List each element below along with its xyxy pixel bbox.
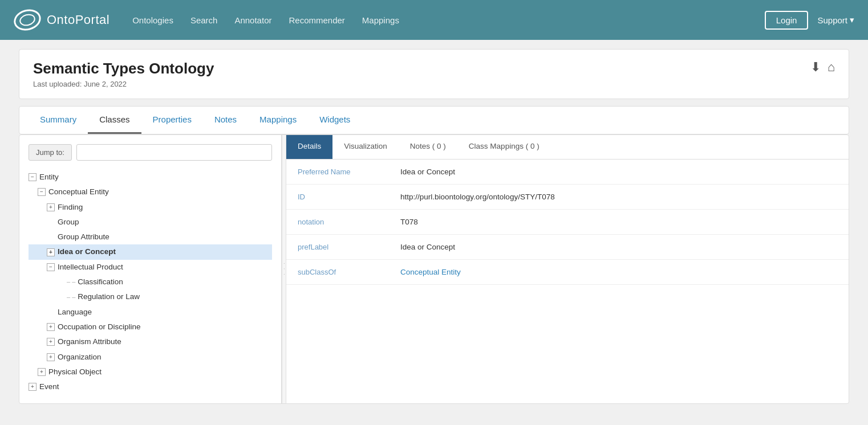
tree-node-group-attribute[interactable]: Group Attribute <box>29 230 272 244</box>
prop-key-preflabel: prefLabel <box>286 235 389 260</box>
expand-intellectual-product[interactable]: − <box>47 263 55 271</box>
tree-label-language: Language <box>58 305 92 319</box>
prop-key-subclassof: subClassOf <box>286 260 389 285</box>
support-button[interactable]: Support ▾ <box>817 15 854 25</box>
expand-placeholder-language <box>47 308 55 316</box>
tree-node-organism-attribute[interactable]: + Organism Attribute <box>29 334 272 349</box>
expand-organization[interactable]: + <box>47 353 55 361</box>
tree-label-organism-attribute: Organism Attribute <box>58 335 121 349</box>
prop-key-preferred-name: Preferred Name <box>286 160 389 185</box>
tab-notes[interactable]: Notes <box>203 107 248 134</box>
tree-label-organization: Organization <box>58 350 102 364</box>
expand-placeholder-group-attribute <box>47 233 55 241</box>
details-tab-class-mappings[interactable]: Class Mappings ( 0 ) <box>457 135 551 159</box>
dash-regulation: – – <box>67 292 75 303</box>
tabs-container: Summary Classes Properties Notes Mapping… <box>19 106 849 134</box>
details-tabs: Details Visualization Notes ( 0 ) Class … <box>286 135 849 160</box>
tree-node-event[interactable]: + Event <box>29 379 272 394</box>
expand-physical-object[interactable]: + <box>38 368 46 376</box>
tree-label-group-attribute: Group Attribute <box>58 230 109 244</box>
ontology-subtitle: Last uploaded: June 2, 2022 <box>33 80 214 88</box>
tree-node-entity[interactable]: − Entity <box>29 170 272 185</box>
login-button[interactable]: Login <box>765 11 809 30</box>
tree-label-intellectual-product: Intellectual Product <box>58 260 123 274</box>
jump-to-label: Jump to: <box>29 144 72 161</box>
tree-label-idea-or-concept: Idea or Concept <box>58 245 116 259</box>
tree-node-idea-or-concept[interactable]: + Idea or Concept <box>29 244 272 259</box>
prop-val-notation: T078 <box>389 210 849 235</box>
tree-node-occupation-or-discipline[interactable]: + Occupation or Discipline <box>29 320 272 334</box>
logo-inner-oval <box>18 13 36 28</box>
home-button[interactable]: ⌂ <box>828 60 835 75</box>
prop-row-id: ID http://purl.bioontology.org/ontology/… <box>286 185 849 210</box>
prop-key-id: ID <box>286 185 389 210</box>
prop-key-notation: notation <box>286 210 389 235</box>
tree-label-event: Event <box>39 380 59 394</box>
expand-event[interactable]: + <box>29 383 36 391</box>
tree-label-classification: Classification <box>78 275 123 289</box>
tree-node-intellectual-product[interactable]: − Intellectual Product <box>29 260 272 275</box>
tree-node-regulation-or-law[interactable]: – – Regulation or Law <box>29 289 272 304</box>
nav-ontologies[interactable]: Ontologies <box>132 15 173 25</box>
chevron-down-icon: ▾ <box>850 15 854 25</box>
ontology-title: Semantic Types Ontology <box>33 60 214 77</box>
tree-label-entity: Entity <box>39 170 59 184</box>
tree-node-group[interactable]: Group <box>29 215 272 230</box>
tree-node-organization[interactable]: + Organization <box>29 350 272 365</box>
header: OntoPortal Ontologies Search Annotator R… <box>0 0 868 40</box>
class-tree: − Entity − Conceptual Entity + Finding G… <box>29 170 272 394</box>
tree-label-physical-object: Physical Object <box>48 365 102 379</box>
tab-mappings[interactable]: Mappings <box>248 107 308 134</box>
tree-label-group: Group <box>58 215 79 229</box>
tree-panel: Jump to: − Entity − Conceptual Entity + … <box>19 135 282 403</box>
ontology-header-card: Semantic Types Ontology Last uploaded: J… <box>19 49 849 99</box>
resize-handle[interactable]: · · · <box>282 135 286 403</box>
dash-classification: – – <box>67 276 75 288</box>
nav-recommender[interactable]: Recommender <box>289 15 344 25</box>
nav-search[interactable]: Search <box>190 15 218 25</box>
prop-row-notation: notation T078 <box>286 210 849 235</box>
main-wrapper: Semantic Types Ontology Last uploaded: J… <box>12 40 856 413</box>
tree-node-finding[interactable]: + Finding <box>29 200 272 215</box>
prop-row-preflabel: prefLabel Idea or Concept <box>286 235 849 260</box>
tree-node-language[interactable]: Language <box>29 305 272 320</box>
tab-widgets[interactable]: Widgets <box>308 107 362 134</box>
prop-val-id: http://purl.bioontology.org/ontology/STY… <box>389 185 849 210</box>
expand-placeholder-regulation <box>56 293 64 301</box>
logo-text: OntoPortal <box>47 13 109 27</box>
prop-val-subclassof[interactable]: Conceptual Entity <box>389 260 849 285</box>
details-tab-details[interactable]: Details <box>286 135 332 159</box>
ontology-info: Semantic Types Ontology Last uploaded: J… <box>33 60 214 88</box>
expand-placeholder-group <box>47 218 55 226</box>
prop-row-preferred-name: Preferred Name Idea or Concept <box>286 160 849 185</box>
tree-node-physical-object[interactable]: + Physical Object <box>29 365 272 379</box>
prop-val-preflabel: Idea or Concept <box>389 235 849 260</box>
header-actions: Login Support ▾ <box>765 11 854 30</box>
main-nav: Ontologies Search Annotator Recommender … <box>132 15 765 25</box>
expand-conceptual-entity[interactable]: − <box>38 188 46 196</box>
expand-entity[interactable]: − <box>29 173 36 181</box>
expand-finding[interactable]: + <box>47 203 55 211</box>
details-tab-visualization[interactable]: Visualization <box>332 135 399 159</box>
tab-classes[interactable]: Classes <box>88 107 141 134</box>
tab-summary[interactable]: Summary <box>29 107 88 134</box>
jump-to-input[interactable] <box>76 144 272 161</box>
tree-label-regulation-or-law: Regulation or Law <box>78 290 140 304</box>
tree-node-conceptual-entity[interactable]: − Conceptual Entity <box>29 185 272 199</box>
expand-occupation-or-discipline[interactable]: + <box>47 323 55 331</box>
expand-idea-or-concept[interactable]: + <box>47 248 55 256</box>
nav-mappings[interactable]: Mappings <box>362 15 399 25</box>
nav-annotator[interactable]: Annotator <box>234 15 271 25</box>
logo-area: OntoPortal <box>14 10 109 30</box>
expand-organism-attribute[interactable]: + <box>47 338 55 346</box>
details-tab-notes[interactable]: Notes ( 0 ) <box>399 135 457 159</box>
download-button[interactable]: ⬇ <box>810 60 821 75</box>
jump-to-row: Jump to: <box>29 144 272 161</box>
tree-node-classification[interactable]: – – Classification <box>29 275 272 289</box>
content-card: Jump to: − Entity − Conceptual Entity + … <box>19 134 849 404</box>
tree-label-finding: Finding <box>58 201 83 214</box>
prop-row-subclassof: subClassOf Conceptual Entity <box>286 260 849 285</box>
properties-table: Preferred Name Idea or Concept ID http:/… <box>286 160 849 285</box>
details-panel: Details Visualization Notes ( 0 ) Class … <box>286 135 849 403</box>
tab-properties[interactable]: Properties <box>141 107 203 134</box>
